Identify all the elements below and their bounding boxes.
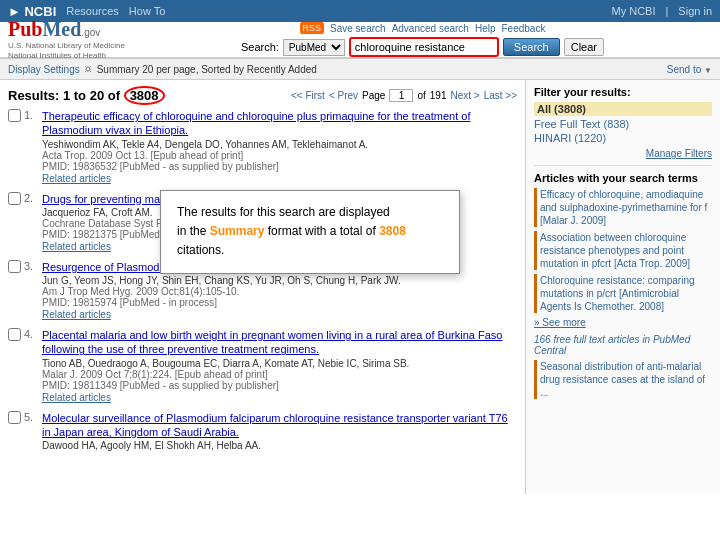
results-panel: Results: 1 to 20 of 3808 << First < Prev…	[0, 80, 525, 494]
article-title[interactable]: Placental malaria and low birth weight i…	[42, 328, 517, 357]
search-button[interactable]: Search	[503, 38, 560, 56]
article-checkbox[interactable]	[8, 328, 21, 341]
article-authors: Dawood HA, Agooly HM, El Shokh AH, Helba…	[42, 440, 517, 451]
sidebar-link-1[interactable]: Efficacy of chloroquine, amodiaquine and…	[534, 188, 712, 227]
article-checkbox[interactable]	[8, 109, 21, 122]
logo-sub1: U.S. National Library of Medicine	[8, 41, 125, 51]
search-query-input[interactable]	[349, 37, 499, 57]
page-total: 191	[430, 90, 447, 101]
filter-fulltext-link[interactable]: Free Full Text (838)	[534, 118, 629, 130]
display-summary: Summary 20 per page, Sorted by Recently …	[97, 64, 317, 75]
article-journal: Am J Trop Med Hyg. 2009 Oct;81(4):105-10…	[42, 286, 457, 297]
filter-all[interactable]: All (3808)	[534, 102, 712, 116]
resources-link[interactable]: Resources	[66, 5, 119, 17]
clear-button[interactable]: Clear	[564, 38, 604, 56]
article-pmid: PMID: 19811349 [PubMed - as supplied by …	[42, 380, 517, 391]
article-item: 5. Molecular surveillance of Plasmodium …	[8, 411, 517, 452]
topbar-left: ► NCBI Resources How To	[8, 4, 165, 19]
tooltip-text3: format with a total of	[268, 224, 376, 238]
search-db-select[interactable]: PubMed	[283, 39, 345, 56]
free-articles-note: 166 free full text articles in PubMed Ce…	[534, 334, 712, 356]
page-prev[interactable]: < Prev	[329, 90, 358, 101]
article-related[interactable]: Related articles	[42, 309, 111, 320]
article-num: 3.	[24, 260, 38, 272]
feedback-link[interactable]: Feedback	[502, 23, 546, 34]
article-authors: Tiono AB, Ouedraogo A, Bougouma EC, Diar…	[42, 358, 517, 369]
topbar-right: My NCBI | Sign in	[612, 5, 713, 17]
article-related[interactable]: Related articles	[42, 392, 111, 403]
page-of: of	[417, 90, 425, 101]
save-search-link[interactable]: Save search	[330, 23, 386, 34]
logo-gov: .gov	[81, 27, 100, 38]
sidebar-section-title: Articles with your search terms	[534, 172, 712, 184]
sidebar: Filter your results: All (3808) Free Ful…	[525, 80, 720, 494]
tooltip-text2: in the	[177, 224, 206, 238]
results-of: of	[108, 88, 120, 103]
display-settings-link[interactable]: Display Settings	[8, 64, 80, 75]
advanced-search-link[interactable]: Advanced search	[392, 23, 469, 34]
page-first[interactable]: << First	[291, 90, 325, 101]
results-count: Results: 1 to 20 of 3808	[8, 86, 165, 105]
filter-all-link[interactable]: All (3808)	[537, 103, 586, 115]
article-num: 4.	[24, 328, 38, 340]
article-num: 2.	[24, 192, 38, 204]
article-pmid: PMID: 19815974 [PubMed - in process]	[42, 297, 457, 308]
search-label: Search:	[241, 41, 279, 53]
header: PubMed.gov U.S. National Library of Medi…	[0, 22, 720, 58]
sidebar-link-4[interactable]: Seasonal distribution of anti-malarial d…	[534, 360, 712, 399]
results-total: 3808	[124, 86, 165, 105]
results-range: 1 to 20	[63, 88, 104, 103]
article-title[interactable]: Molecular surveillance of Plasmodium fal…	[42, 411, 517, 440]
tooltip-text1: The results for this search are displaye…	[177, 205, 390, 219]
page-input[interactable]	[389, 89, 413, 102]
article-related[interactable]: Related articles	[42, 173, 111, 184]
filter-hinari[interactable]: HINARI (1220)	[534, 132, 712, 144]
article-related[interactable]: Related articles	[42, 241, 111, 252]
page-label: Page	[362, 90, 385, 101]
article-body: Molecular surveillance of Plasmodium fal…	[42, 411, 517, 452]
send-to-link[interactable]: Send to ▼	[667, 64, 712, 75]
page-last[interactable]: Last >>	[484, 90, 517, 101]
display-icon: ⛭	[84, 64, 93, 74]
article-item: 4. Placental malaria and low birth weigh…	[8, 328, 517, 403]
filter-title: Filter your results:	[534, 86, 712, 98]
manage-filters-link[interactable]: Manage Filters	[534, 148, 712, 159]
article-journal: Malar J. 2009 Oct 7;8(1):224. [Epub ahea…	[42, 369, 517, 380]
tooltip-box: The results for this search are displaye…	[160, 190, 460, 274]
filter-hinari-link[interactable]: HINARI (1220)	[534, 132, 606, 144]
article-num: 5.	[24, 411, 38, 423]
article-journal: Acta Trop. 2009 Oct 13. [Epub ahead of p…	[42, 150, 517, 161]
search-bar: RSS Save search Advanced search Help Fee…	[133, 22, 712, 57]
article-body: Therapeutic efficacy of chloroquine and …	[42, 109, 517, 184]
article-pmid: PMID: 19836532 [PubMed - as supplied by …	[42, 161, 517, 172]
article-checkbox[interactable]	[8, 260, 21, 273]
page-next[interactable]: Next >	[450, 90, 479, 101]
sign-in-link[interactable]: Sign in	[678, 5, 712, 17]
filter-fulltext[interactable]: Free Full Text (838)	[534, 118, 712, 130]
how-to-link[interactable]: How To	[129, 5, 165, 17]
help-link[interactable]: Help	[475, 23, 496, 34]
logo-med: Med	[42, 18, 81, 41]
tooltip-text4: citations.	[177, 243, 224, 257]
logo-pub: Pub	[8, 18, 42, 41]
ext-rss-link[interactable]: RSS	[300, 22, 325, 34]
article-checkbox[interactable]	[8, 411, 21, 424]
see-more-link[interactable]: » See more	[534, 317, 712, 328]
main: Results: 1 to 20 of 3808 << First < Prev…	[0, 80, 720, 494]
article-num: 1.	[24, 109, 38, 121]
article-title[interactable]: Therapeutic efficacy of chloroquine and …	[42, 109, 517, 138]
article-checkbox[interactable]	[8, 192, 21, 205]
article-item: 1. Therapeutic efficacy of chloroquine a…	[8, 109, 517, 184]
article-body: Placental malaria and low birth weight i…	[42, 328, 517, 403]
topbar-sep: |	[666, 5, 669, 17]
tooltip-summary-word: Summary	[210, 224, 265, 238]
sidebar-link-3[interactable]: Chloroquine resistance: comparing mutati…	[534, 274, 712, 313]
tooltip-count-word: 3808	[379, 224, 406, 238]
logo: PubMed.gov U.S. National Library of Medi…	[8, 18, 125, 60]
sidebar-link-2[interactable]: Association between chloroquine resistan…	[534, 231, 712, 270]
ncbi-logo: ► NCBI	[8, 4, 56, 19]
article-authors: Yeshiwondim AK, Tekle A4, Dengela DO, Yo…	[42, 139, 517, 150]
results-label: Results:	[8, 88, 59, 103]
my-ncbi-link[interactable]: My NCBI	[612, 5, 656, 17]
article-authors: Jun G, Yeom JS, Hong JY, Shin EH, Chang …	[42, 275, 457, 286]
